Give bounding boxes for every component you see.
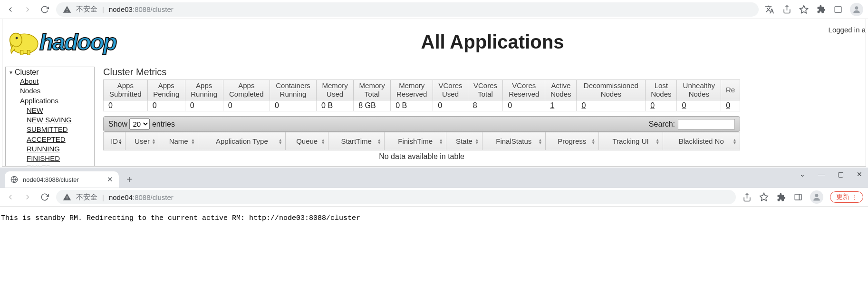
sidepanel-icon[interactable] xyxy=(793,192,803,202)
metrics-col-10[interactable]: VCoresReserved xyxy=(503,80,545,100)
apps-col-6[interactable]: FinishTime▲▼ xyxy=(385,132,446,150)
new-tab-button[interactable]: + xyxy=(123,173,136,186)
no-data-row: No data available in table xyxy=(104,150,740,163)
metrics-col-4[interactable]: ContainersRunning xyxy=(270,80,316,100)
star-icon[interactable] xyxy=(759,192,769,202)
sort-icon: ▲▼ xyxy=(733,138,737,144)
insecure-label-2: 不安全 xyxy=(76,193,97,202)
star-icon[interactable] xyxy=(799,4,809,15)
profile-icon[interactable] xyxy=(810,190,823,204)
apps-col-3[interactable]: Application Type▲▼ xyxy=(198,132,286,150)
hadoop-logo: hadoop xyxy=(5,23,157,61)
metrics-val-2: 0 xyxy=(185,100,223,111)
forward-button[interactable] xyxy=(22,4,33,15)
metrics-val-3: 0 xyxy=(223,100,270,111)
apps-col-8[interactable]: FinalStatus▲▼ xyxy=(482,132,545,150)
metrics-col-6[interactable]: MemoryTotal xyxy=(354,80,391,100)
sidebar-item-about[interactable]: About xyxy=(20,77,39,85)
metrics-col-8[interactable]: VCoresUsed xyxy=(433,80,468,100)
metrics-val-12[interactable]: 0 xyxy=(577,100,646,111)
minimize-button[interactable]: ― xyxy=(817,170,826,178)
update-button[interactable]: 更新⋮ xyxy=(830,191,863,203)
extensions-icon[interactable] xyxy=(816,4,826,15)
metrics-col-7[interactable]: MemoryReserved xyxy=(391,80,433,100)
address-bar-2[interactable]: 不安全 | node04:8088/cluster xyxy=(56,190,736,204)
metrics-col-2[interactable]: AppsRunning xyxy=(185,80,223,100)
metrics-col-12[interactable]: DecommissionedNodes xyxy=(577,80,646,100)
sidebar-state-submitted[interactable]: SUBMITTED xyxy=(27,125,68,133)
metrics-col-14[interactable]: UnhealthyNodes xyxy=(677,80,721,100)
metrics-val-14[interactable]: 0 xyxy=(677,100,721,111)
sidebar-item-nodes[interactable]: Nodes xyxy=(20,87,40,95)
metrics-col-13[interactable]: LostNodes xyxy=(646,80,677,100)
apps-col-1[interactable]: User▲▼ xyxy=(125,132,159,150)
elephant-icon xyxy=(5,27,43,57)
extensions-icon[interactable] xyxy=(776,192,786,202)
search-input[interactable] xyxy=(678,119,735,129)
metrics-col-3[interactable]: AppsCompleted xyxy=(223,80,270,100)
apps-col-4[interactable]: Queue▲▼ xyxy=(286,132,328,150)
toolbar-right-1 xyxy=(764,3,863,16)
metrics-col-11[interactable]: ActiveNodes xyxy=(545,80,577,100)
metrics-val-5: 0 B xyxy=(317,100,354,111)
sidebar-state-accepted[interactable]: ACCEPTED xyxy=(27,135,66,143)
apps-col-0[interactable]: ID▲▼ xyxy=(104,132,125,150)
back-button-2[interactable] xyxy=(5,191,16,203)
show-label-pre: Show xyxy=(108,120,127,128)
metrics-val-13[interactable]: 0 xyxy=(646,100,677,111)
apps-col-2[interactable]: Name▲▼ xyxy=(159,132,198,150)
reload-button-2[interactable] xyxy=(39,191,50,203)
metrics-col-15[interactable]: Re xyxy=(721,80,740,100)
sidebar-state-new-saving[interactable]: NEW SAVING xyxy=(27,116,72,124)
close-tab-icon[interactable]: ✕ xyxy=(107,175,113,184)
apps-col-9[interactable]: Progress▲▼ xyxy=(545,132,598,150)
logged-in-label: Logged in a xyxy=(829,26,866,34)
svg-point-15 xyxy=(815,194,819,197)
sidebar-state-running[interactable]: RUNNING xyxy=(27,145,60,153)
apps-col-11[interactable]: Blacklisted No▲▼ xyxy=(663,132,740,150)
sidebar-header[interactable]: ▼ Cluster xyxy=(9,68,91,77)
reload-button[interactable] xyxy=(39,4,50,15)
sidebar-state-failed[interactable]: FAILED xyxy=(27,164,51,167)
metrics-val-0: 0 xyxy=(104,100,148,111)
address-bar-1[interactable]: 不安全 | node03:8088/cluster xyxy=(56,2,759,17)
sidebar-main-list: About Nodes Applications xyxy=(9,77,91,106)
sort-icon: ▲▼ xyxy=(278,138,282,144)
apps-col-10[interactable]: Tracking UI▲▼ xyxy=(598,132,663,150)
svg-rect-2 xyxy=(835,7,841,12)
browser-tab-2[interactable]: node04:8088/cluster ✕ xyxy=(5,171,119,188)
share-icon[interactable] xyxy=(742,192,752,202)
sort-icon: ▲▼ xyxy=(538,138,542,144)
metrics-col-0[interactable]: AppsSubmitted xyxy=(104,80,148,100)
sidebar-item-applications[interactable]: Applications xyxy=(20,97,58,105)
show-label-post: entries xyxy=(152,120,175,128)
close-window-button[interactable]: ✕ xyxy=(855,170,864,178)
menu-rect-icon[interactable] xyxy=(833,4,843,15)
entries-select[interactable]: 20 xyxy=(129,119,150,129)
metrics-col-1[interactable]: AppsPending xyxy=(147,80,185,100)
metrics-val-6: 8 GB xyxy=(354,100,391,111)
metrics-val-4: 0 xyxy=(270,100,316,111)
share-icon[interactable] xyxy=(781,4,792,15)
browser-toolbar-1: 不安全 | node03:8088/cluster xyxy=(0,0,868,19)
metrics-val-8: 0 xyxy=(433,100,468,111)
metrics-col-9[interactable]: VCoresTotal xyxy=(468,80,503,100)
search-label: Search: xyxy=(649,120,675,129)
metrics-val-15[interactable]: 0 xyxy=(721,100,740,111)
metrics-col-5[interactable]: MemoryUsed xyxy=(317,80,354,100)
maximize-button[interactable]: ▢ xyxy=(836,170,845,178)
forward-button-2[interactable] xyxy=(22,191,33,203)
translate-icon[interactable] xyxy=(764,4,775,15)
apps-col-5[interactable]: StartTime▲▼ xyxy=(328,132,385,150)
sort-icon: ▲▼ xyxy=(656,138,660,144)
globe-icon xyxy=(10,176,18,183)
cluster-metrics-table: AppsSubmittedAppsPendingAppsRunningAppsC… xyxy=(103,79,740,111)
sidebar-state-finished[interactable]: FINISHED xyxy=(27,154,60,162)
apps-col-7[interactable]: State▲▼ xyxy=(446,132,482,150)
back-button[interactable] xyxy=(5,4,16,15)
chevron-down-icon[interactable]: ⌄ xyxy=(798,170,807,178)
sidebar-state-new[interactable]: NEW xyxy=(27,106,43,114)
metrics-val-11[interactable]: 1 xyxy=(545,100,577,111)
profile-icon[interactable] xyxy=(850,3,863,16)
svg-marker-12 xyxy=(760,193,768,201)
